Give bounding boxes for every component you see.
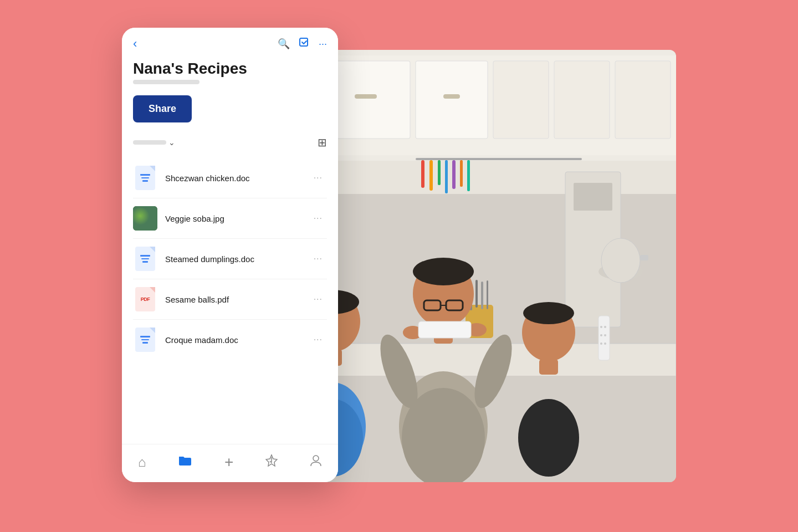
svg-rect-18 [452,160,456,189]
sort-label [133,140,166,145]
nav-home[interactable]: ⌂ [129,452,155,472]
file-icon-pdf: PDF [133,287,157,311]
file-name: Veggie soba.jpg [165,214,309,223]
svg-point-38 [600,342,602,345]
back-button[interactable]: ‹ [133,37,151,51]
edit-icon[interactable] [299,37,310,51]
svg-rect-23 [475,280,478,308]
file-more-menu[interactable]: ··· [309,332,327,347]
file-more-menu[interactable]: ··· [309,171,327,185]
svg-point-34 [600,326,602,328]
activity-icon [265,454,278,470]
svg-point-67 [313,456,319,461]
grid-view-icon[interactable]: ⊞ [318,136,327,149]
file-item[interactable]: Shcezwan chicken.doc ··· [133,158,327,198]
svg-point-36 [600,334,602,336]
file-more-menu[interactable]: ··· [309,292,327,306]
svg-rect-13 [416,158,582,160]
image-thumbnail [133,206,157,231]
header-icons: 🔍 ··· [278,37,327,51]
svg-rect-7 [416,61,488,139]
file-item[interactable]: PDF Sesame balls.pdf ··· [133,279,327,320]
pdf-label: PDF [141,296,150,302]
svg-rect-30 [640,255,648,260]
file-name: Shcezwan chicken.doc [165,173,309,183]
pdf-icon: PDF [135,287,155,311]
svg-rect-62 [418,321,471,338]
svg-rect-10 [554,61,610,139]
share-button[interactable]: Share [133,95,192,122]
doc-icon [135,247,155,271]
file-name: Croque madam.doc [165,335,309,345]
image-thumbnail-inner [133,206,157,231]
chevron-down-icon[interactable]: ⌄ [168,138,175,147]
phone-content: Nana's Recipes Share ⌄ ⊞ [122,60,338,444]
nav-profile[interactable] [301,452,331,473]
svg-rect-11 [615,61,671,139]
svg-rect-20 [467,160,470,191]
file-name: Sesame balls.pdf [165,295,309,304]
svg-rect-16 [438,160,441,185]
file-icon-doc [133,166,157,190]
file-item[interactable]: Steamed dumplings.doc ··· [133,239,327,279]
profile-icon [310,454,322,470]
phone-header: ‹ 🔍 ··· [122,28,338,60]
more-icon[interactable]: ··· [319,38,327,50]
nav-add[interactable]: + [216,451,242,473]
svg-rect-8 [443,94,460,99]
doc-icon [135,328,155,352]
svg-rect-59 [539,359,558,375]
svg-rect-6 [355,94,377,99]
file-item[interactable]: Croque madam.doc ··· [133,320,327,360]
bottom-nav: ⌂ + [122,444,338,482]
folder-icon [178,454,192,470]
svg-point-37 [604,334,606,336]
file-list: Shcezwan chicken.doc ··· Veggie soba.jpg… [133,158,327,360]
home-icon: ⌂ [138,454,146,470]
scene: ‹ 🔍 ··· Nana's Recipes Share [122,28,676,504]
svg-rect-17 [445,160,448,193]
svg-rect-25 [487,280,488,309]
folder-subtitle [133,80,200,84]
svg-rect-33 [598,316,610,360]
add-icon: + [224,453,233,471]
folder-title: Nana's Recipes [133,60,327,78]
sort-left: ⌄ [133,138,175,147]
file-name: Steamed dumplings.doc [165,254,309,264]
doc-icon [135,166,155,190]
svg-point-56 [518,399,579,477]
svg-rect-15 [429,160,433,191]
svg-point-58 [523,302,574,324]
svg-point-35 [604,326,606,328]
svg-rect-63 [300,38,308,46]
search-icon[interactable]: 🔍 [278,38,290,50]
sort-bar: ⌄ ⊞ [133,136,327,154]
svg-rect-19 [460,160,463,187]
file-icon-image [133,206,157,231]
svg-rect-24 [481,282,483,309]
file-more-menu[interactable]: ··· [309,252,327,266]
file-item[interactable]: Veggie soba.jpg ··· [133,198,327,239]
svg-rect-9 [493,61,549,139]
svg-point-39 [604,342,606,345]
nav-activity[interactable] [257,452,287,473]
file-more-menu[interactable]: ··· [309,211,327,226]
svg-point-43 [413,258,474,285]
nav-folder[interactable] [169,452,201,472]
phone-ui: ‹ 🔍 ··· Nana's Recipes Share [122,28,338,482]
svg-rect-27 [574,183,612,211]
file-icon-doc [133,247,157,271]
file-icon-doc [133,328,157,352]
svg-point-29 [601,238,640,283]
svg-rect-14 [421,160,424,188]
